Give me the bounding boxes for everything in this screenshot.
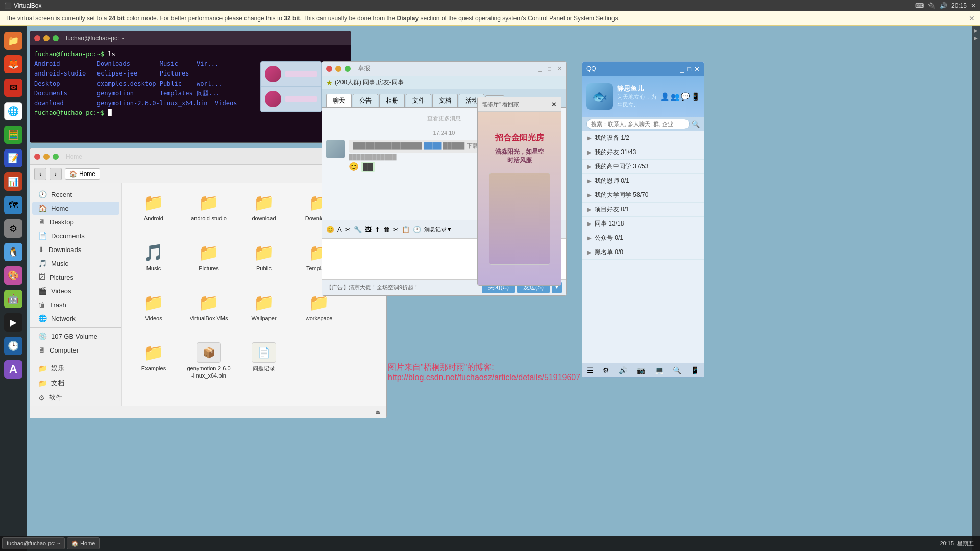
file-item-workspace[interactable]: 📁 workspace (293, 289, 345, 335)
sidebar-item-desktop[interactable]: 🖥 Desktop (32, 215, 119, 229)
warning-close-button[interactable]: ✕ (969, 14, 975, 22)
sidebar-item-documents[interactable]: 📄 Documents (32, 229, 119, 242)
sidebar-item-home[interactable]: 🏠 Home (32, 202, 119, 215)
chat-close-button[interactable] (326, 66, 332, 72)
back-button[interactable]: ‹ (34, 168, 46, 180)
sidebar-item-software[interactable]: ⚙ 软件 (32, 391, 119, 405)
sidebar-item-volume[interactable]: 💿 107 GB Volume (32, 330, 119, 343)
sidebar-item-music[interactable]: 🎵 Music (32, 257, 119, 270)
taskbar-home-button[interactable]: 🏠 Home (67, 537, 100, 549)
dock-item-qq[interactable]: 🐧 (2, 241, 24, 263)
dock-item-files[interactable]: 📁 (2, 30, 24, 52)
file-item-genymotion-bin[interactable]: 📦 genymotion-2.6.0-linux_x64.bin (183, 339, 234, 385)
collapse-icon[interactable]: ▶ (974, 35, 978, 41)
dock-item-chrome[interactable]: 🌐 (2, 100, 24, 122)
delete-button[interactable]: 🗑 (383, 226, 390, 233)
qq-app-icon[interactable]: 📱 (691, 366, 699, 374)
sidebar-item-computer[interactable]: 🖥 Computer (32, 343, 119, 357)
dock-item-purple[interactable]: A (2, 358, 24, 381)
file-item-public[interactable]: 📁 Public (238, 239, 289, 285)
terminal-close-button[interactable] (34, 35, 40, 41)
chat-minimize-button[interactable] (335, 66, 341, 72)
dock-item-writer[interactable]: 📝 (2, 147, 24, 169)
dock-item-settings[interactable]: ⚙ (2, 217, 24, 240)
dock-item-calc[interactable]: 🧮 (2, 123, 24, 146)
chat-tab-chat[interactable]: 聊天 (326, 94, 352, 107)
filemanager-maximize-button[interactable] (53, 154, 59, 160)
vbox-close-icon[interactable]: ✕ (971, 2, 976, 9)
sidebar-item-trash[interactable]: 🗑 Trash (32, 298, 119, 311)
dock-item-maps[interactable]: 🗺 (2, 194, 24, 216)
sidebar-item-recent[interactable]: 🕐 Recent (32, 188, 119, 201)
messenger-item-2[interactable] (261, 87, 321, 112)
chat-tab-doc[interactable]: 文档 (432, 94, 458, 107)
qq-person2-icon[interactable]: 👥 (671, 92, 679, 101)
sidebar-item-videos[interactable]: 🎬 Videos (32, 284, 119, 297)
tools-button[interactable]: 🔧 (354, 226, 362, 233)
screenshot-button[interactable]: ✂ (345, 226, 351, 233)
qq-close-button[interactable]: ✕ (694, 65, 700, 73)
file-item-android-studio[interactable]: 📁 android-studio (183, 189, 234, 235)
sidebar-item-network[interactable]: 🌐 Network (32, 312, 119, 325)
qq-audio-icon[interactable]: 🔊 (619, 366, 627, 374)
file-item-issues[interactable]: 📄 问题记录 (238, 339, 289, 385)
terminal-maximize-button[interactable] (53, 35, 59, 41)
file-item-vbox-vms[interactable]: 📁 VirtualBox VMs (183, 289, 234, 335)
file-item-android[interactable]: 📁 Android (128, 189, 179, 235)
font-button[interactable]: A (337, 226, 342, 233)
dock-item-browser[interactable]: 🦊 (2, 53, 24, 76)
qq-group-highschool[interactable]: ▶ 我的高中同学 37/53 (582, 160, 704, 174)
terminal-minimize-button[interactable] (43, 35, 50, 41)
dock-item-paint[interactable]: 🎨 (2, 264, 24, 287)
notification-icon[interactable]: ▶ (974, 28, 978, 33)
eject-icon[interactable]: ⏏ (375, 409, 380, 415)
upload-button[interactable]: ⬆ (375, 226, 380, 233)
dock-item-terminal[interactable]: ▶ (2, 311, 24, 334)
sidebar-item-downloads[interactable]: ⬇ Downloads (32, 243, 119, 256)
dock-item-impress[interactable]: 📊 (2, 170, 24, 193)
qq-group-college[interactable]: ▶ 我的大学同学 58/70 (582, 188, 704, 203)
chat-x-icon[interactable]: ✕ (557, 65, 562, 72)
minimize-icon[interactable]: _ (373, 66, 542, 72)
qq-video-icon[interactable]: 📷 (636, 366, 645, 374)
taskbar-terminal-button[interactable]: fuchao@fuchao-pc: ~ (2, 537, 65, 549)
qq-person-icon[interactable]: 👤 (660, 92, 669, 101)
chat-tab-album[interactable]: 相册 (379, 94, 405, 107)
qq-minimize-button[interactable]: _ (680, 65, 684, 73)
qq-phone-icon[interactable]: 📱 (691, 92, 700, 101)
file-item-wallpaper[interactable]: 📁 Wallpaper (238, 289, 289, 335)
qq-group-friends[interactable]: ▶ 我的好友 31/43 (582, 145, 704, 160)
image-button[interactable]: 🖼 (365, 226, 372, 233)
qq-screen-icon[interactable]: 💻 (655, 366, 664, 374)
file-item-examples[interactable]: 📁 Examples (128, 339, 179, 385)
filemanager-minimize-button[interactable] (43, 154, 50, 160)
qq-search-input[interactable] (586, 119, 690, 129)
qq-group-project[interactable]: ▶ 项目好友 0/1 (582, 203, 704, 217)
scissors-button[interactable]: ✂ (393, 226, 399, 233)
qq-group-blacklist[interactable]: ▶ 黑名单 0/0 (582, 245, 704, 260)
qq-group-coworkers[interactable]: ▶ 同事 13/18 (582, 217, 704, 231)
file-item-pictures[interactable]: 📁 Pictures (183, 239, 234, 285)
sidebar-item-entertainment[interactable]: 📁 娱乐 (32, 361, 119, 375)
location-bar[interactable]: 🏠 Home (65, 168, 100, 180)
chat-expand-icon[interactable]: □ (548, 66, 551, 72)
qq-search-icon[interactable]: 🔍 (692, 120, 700, 128)
forward-button[interactable]: › (50, 168, 62, 180)
emoji-button[interactable]: 😊 (326, 226, 334, 233)
sidebar-item-pictures[interactable]: 🖼 Pictures (32, 270, 119, 284)
history-button[interactable]: 🕐 (413, 226, 421, 233)
qq-search-bottom-icon[interactable]: 🔍 (673, 366, 681, 374)
qq-maximize-button[interactable]: □ (687, 65, 691, 73)
file-item-music[interactable]: 🎵 Music (128, 239, 179, 285)
chat-tab-file[interactable]: 文件 (406, 94, 431, 107)
dock-item-android[interactable]: 🤖 (2, 288, 24, 310)
qq-chat-icon[interactable]: 💬 (681, 92, 690, 101)
qq-group-devices[interactable]: ▶ 我的设备 1/2 (582, 131, 704, 145)
qq-group-official[interactable]: ▶ 公众号 0/1 (582, 231, 704, 245)
file-item-videos[interactable]: 📁 Videos (128, 289, 179, 335)
chat-tab-notice[interactable]: 公告 (353, 94, 378, 107)
chat-maximize-button[interactable] (345, 66, 351, 72)
dock-item-email[interactable]: ✉ (2, 77, 24, 99)
qq-group-teacher[interactable]: ▶ 我的恩师 0/1 (582, 174, 704, 188)
file-item-download[interactable]: 📁 download (238, 189, 289, 235)
